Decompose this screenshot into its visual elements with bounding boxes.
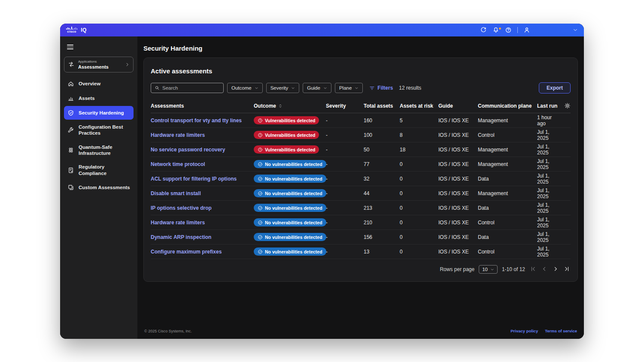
sidebar-item-assets[interactable]: Assets (64, 91, 134, 105)
app-switcher[interactable]: Applications Assessments (64, 57, 134, 72)
rows-per-page-label: Rows per page (440, 266, 474, 272)
chevron-down-icon (490, 268, 494, 272)
filter-dropdown-guide[interactable]: Guide (303, 83, 331, 93)
guide-cell: IOS / IOS XE (438, 118, 478, 124)
sidebar-item-overview[interactable]: Overview (64, 77, 134, 90)
page-range: 1-10 of 12 (502, 266, 525, 272)
communication-plane-cell: Management (478, 118, 537, 124)
assessment-link[interactable]: Hardware rate limiters (151, 220, 209, 226)
column-header-assets-at-risk: Assets at risk (400, 103, 438, 109)
notifications-icon[interactable] (492, 27, 499, 33)
sidebar-item-custom-assessments[interactable]: Custom Assessments (64, 181, 134, 194)
assessment-link[interactable]: Configure maximum prefixes (151, 249, 226, 255)
communication-plane-cell: Data (478, 176, 537, 182)
chevron-down-icon[interactable] (573, 27, 578, 33)
assessment-link[interactable]: Control transport for vty and tty lines (151, 118, 246, 124)
search-icon (155, 85, 160, 90)
severity-cell: - (326, 190, 364, 196)
app-switcher-label: Assessments (78, 64, 122, 69)
assessment-link[interactable]: Network time protocol (151, 161, 210, 167)
outcome-icon (258, 191, 263, 196)
total-assets-cell: 100 (364, 132, 400, 138)
last-run-cell: Jul 1, 2025 (537, 144, 559, 156)
last-page-button[interactable] (564, 266, 570, 273)
last-run-cell: Jul 1, 2025 (537, 231, 559, 243)
outcome-badge: No vulnerabilities detected (254, 160, 326, 168)
assessment-link[interactable]: Dynamic ARP inspection (151, 234, 216, 240)
wrench-icon (67, 127, 74, 133)
communication-plane-cell: Management (478, 161, 537, 167)
filter-dropdown-severity[interactable]: Severity (266, 83, 300, 93)
filter-dropdowns: Outcome Severity Guide Plane (227, 83, 363, 93)
outcome-badge: Vulnerabilities detected (254, 116, 319, 124)
guide-cell: IOS / IOS XE (438, 220, 478, 226)
chevron-down-icon (291, 86, 295, 90)
help-icon[interactable] (505, 27, 512, 33)
guide-cell: IOS / IOS XE (438, 147, 478, 153)
table-row: Network time protocol No vulnerabilities… (151, 157, 571, 172)
severity-cell: - (326, 118, 364, 124)
outcome-badge: No vulnerabilities detected (254, 189, 326, 197)
last-run-cell: Jul 1, 2025 (537, 173, 559, 185)
guide-cell: IOS / IOS XE (438, 161, 478, 167)
filters-button[interactable]: Filters (369, 85, 393, 91)
terms-of-service-link[interactable]: Terms of service (545, 329, 577, 333)
table-row: Hardware rate limiters No vulnerabilitie… (151, 215, 571, 230)
sidebar-item-security-hardening[interactable]: Security Hardening (64, 106, 134, 120)
export-button[interactable]: Export (539, 82, 571, 94)
search-field[interactable] (162, 85, 220, 90)
assessment-link[interactable]: No service password recovery (151, 147, 229, 153)
outcome-badge: No vulnerabilities detected (254, 247, 326, 256)
chevron-down-icon (323, 86, 327, 90)
assessment-link[interactable]: Disable smart install (151, 190, 205, 196)
footer: © 2025 Cisco Systems, Inc. Privacy polic… (137, 324, 584, 339)
column-header-guide: Guide (438, 103, 478, 109)
total-assets-cell: 13 (364, 249, 400, 255)
outcome-icon (258, 147, 263, 152)
shield-check-icon (67, 109, 74, 116)
outcome-badge: No vulnerabilities detected (254, 204, 326, 212)
doc-check-icon (67, 167, 74, 174)
table-row: Dynamic ARP inspection No vulnerabilitie… (151, 230, 571, 244)
chart-icon (67, 95, 74, 102)
search-input[interactable] (151, 83, 224, 93)
assessment-link[interactable]: IP options selective drop (151, 205, 216, 211)
user-icon[interactable] (523, 27, 530, 33)
assessment-link[interactable]: ACL support for filtering IP options (151, 176, 241, 182)
next-page-button[interactable] (553, 266, 559, 273)
gear-icon (564, 103, 571, 109)
total-assets-cell: 77 (364, 161, 400, 167)
assets-at-risk-cell: 18 (400, 147, 438, 153)
first-page-button[interactable] (530, 266, 536, 273)
previous-page-button[interactable] (541, 266, 547, 273)
sidebar-item-quantum-safe-infrastructure[interactable]: Quantum-Safe Infrastructure (64, 141, 134, 160)
outcome-badge: No vulnerabilities detected (254, 218, 326, 226)
filter-dropdown-outcome[interactable]: Outcome (227, 83, 263, 93)
sidebar-item-configuration-best-practices[interactable]: Configuration Best Practices (64, 121, 134, 140)
hamburger-menu-icon[interactable] (67, 42, 75, 51)
communication-plane-cell: Control (478, 249, 537, 255)
severity-cell: - (326, 176, 364, 182)
assets-at-risk-cell: 0 (400, 205, 438, 211)
refresh-icon[interactable] (480, 27, 487, 33)
privacy-policy-link[interactable]: Privacy policy (510, 329, 538, 333)
severity-cell: - (326, 161, 364, 167)
table-settings-button[interactable] (564, 103, 571, 109)
column-header-assessments: Assessments (151, 103, 254, 109)
column-header-outcome[interactable]: Outcome (254, 103, 326, 109)
outcome-badge: Vulnerabilities detected (254, 145, 319, 154)
last-run-cell: Jul 1, 2025 (537, 158, 559, 170)
assets-at-risk-cell: 0 (400, 176, 438, 182)
table-body: Control transport for vty and tty lines … (151, 113, 571, 259)
sidebar-item-regulatory-compliance[interactable]: Regulatory Compliance (64, 160, 134, 180)
previous-page-icon (541, 266, 547, 272)
table-row: IP options selective drop No vulnerabili… (151, 201, 571, 215)
assessment-link[interactable]: Hardware rate limiters (151, 132, 209, 138)
rows-per-page-select[interactable]: 10 (479, 265, 498, 274)
filter-dropdown-plane[interactable]: Plane (335, 83, 363, 93)
table-row: Disable smart install No vulnerabilities… (151, 186, 571, 201)
communication-plane-cell: Control (478, 220, 537, 226)
filters-label: Filters (377, 85, 393, 91)
outcome-icon (258, 176, 263, 181)
outcome-icon (258, 235, 263, 240)
